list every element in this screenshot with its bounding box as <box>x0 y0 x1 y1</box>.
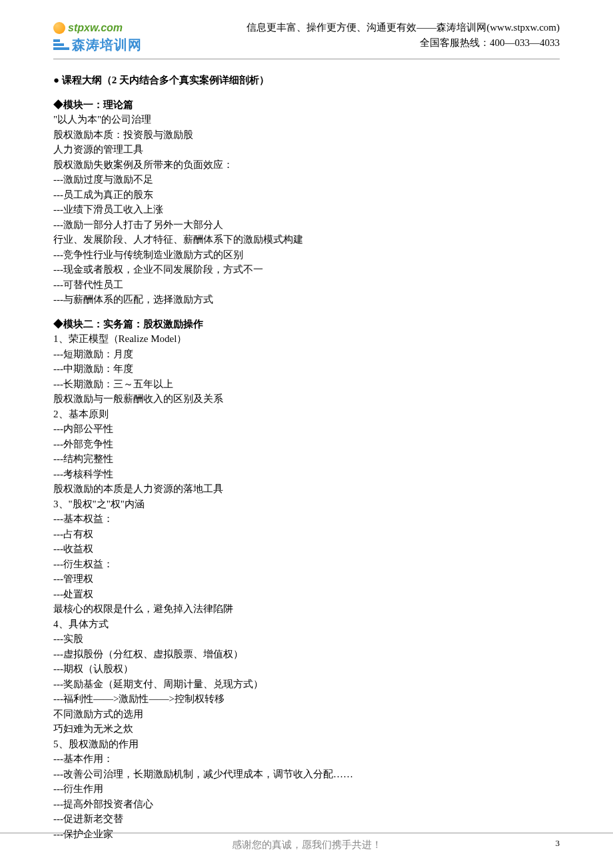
module2-line: ---中期激励：年度 <box>53 361 560 377</box>
module2-line: 2、基本原则 <box>53 407 560 422</box>
module2-line: ---处置权 <box>53 587 560 602</box>
module2-line: ---管理权 <box>53 571 560 587</box>
module1-line: ---可替代性员工 <box>53 277 560 293</box>
module1-line: 行业、发展阶段、人才特征、薪酬体系下的激励模式构建 <box>53 232 560 247</box>
module2-line: 股权激励与一般薪酬收入的区别及关系 <box>53 391 560 407</box>
module2-line: 4、具体方式 <box>53 617 560 632</box>
module1-line: "以人为本"的公司治理 <box>53 112 560 127</box>
page-number: 3 <box>556 837 560 850</box>
module2-line: 股权激励的本质是人力资源的落地工具 <box>53 481 560 497</box>
module2-line: ---内部公平性 <box>53 421 560 437</box>
document-page: stpxw.com 森涛培训网 信息更丰富、操作更方便、沟通更有效——森涛培训网… <box>0 0 613 868</box>
module1-line: 股权激励失败案例及所带来的负面效应： <box>53 157 560 173</box>
logo-url-text: stpxw.com <box>68 20 123 36</box>
module2-line: ---期权（认股权） <box>53 661 560 677</box>
module1-body: "以人为本"的公司治理股权激励本质：投资股与激励股人力资源的管理工具股权激励失败… <box>53 112 560 307</box>
module2-line: 5、股权激励的作用 <box>53 737 560 752</box>
module1-line: 股权激励本质：投资股与激励股 <box>53 127 560 143</box>
module2-line: ---基本权益： <box>53 511 560 527</box>
footer-text: 感谢您的真诚，愿我们携手共进！ <box>232 839 382 850</box>
header-hotline: 全国客服热线：400—033—4033 <box>247 35 560 51</box>
module2-line: ---结构完整性 <box>53 451 560 467</box>
module2-body: 1、荣正模型（Realize Model）---短期激励：月度---中期激励：年… <box>53 331 560 841</box>
module2-line: ---实股 <box>53 631 560 647</box>
module2-line: 最核心的权限是什么，避免掉入法律陷阱 <box>53 601 560 617</box>
bars-icon <box>53 39 69 50</box>
module2-line: 1、荣正模型（Realize Model） <box>53 331 560 347</box>
module2-line: ---衍生权益： <box>53 557 560 572</box>
module2-line: 巧妇难为无米之炊 <box>53 721 560 737</box>
module2-line: ---收益权 <box>53 541 560 557</box>
logo-top-row: stpxw.com <box>53 20 123 36</box>
module1-line: ---与薪酬体系的匹配，选择激励方式 <box>53 292 560 307</box>
module2-line: ---衍生作用 <box>53 781 560 797</box>
module2-line: ---促进新老交替 <box>53 811 560 827</box>
module2-line: ---改善公司治理，长期激励机制，减少代理成本，调节收入分配…… <box>53 767 560 782</box>
header-text: 信息更丰富、操作更方便、沟通更有效——森涛培训网(www.stpxw.com) … <box>247 20 560 50</box>
module2-line: ---提高外部投资者信心 <box>53 797 560 812</box>
module2-line: 不同激励方式的选用 <box>53 707 560 722</box>
module1-line: 人力资源的管理工具 <box>53 142 560 157</box>
sun-icon <box>53 22 65 34</box>
module1-heading: ◆模块一：理论篇 <box>53 97 560 113</box>
page-header: stpxw.com 森涛培训网 信息更丰富、操作更方便、沟通更有效——森涛培训网… <box>53 20 560 59</box>
module2-line: ---外部竞争性 <box>53 437 560 452</box>
module2-line: ---短期激励：月度 <box>53 347 560 362</box>
module1-line: ---员工成为真正的股东 <box>53 187 560 203</box>
module2-line: ---长期激励：三～五年以上 <box>53 377 560 392</box>
module1-line: ---竞争性行业与传统制造业激励方式的区别 <box>53 247 560 263</box>
module2-heading: ◆模块二：实务篇：股权激励操作 <box>53 317 560 332</box>
course-outline-title: ● 课程大纲（2 天内结合多个真实案例详细剖析） <box>53 73 560 88</box>
module2-line: ---虚拟股份（分红权、虚拟股票、增值权） <box>53 647 560 662</box>
module2-line: ---考核科学性 <box>53 467 560 482</box>
module2-line: ---福利性——>激励性——>控制权转移 <box>53 691 560 707</box>
module1-line: ---激励一部分人打击了另外一大部分人 <box>53 217 560 233</box>
module2-line: 3、"股权"之"权"内涵 <box>53 497 560 512</box>
logo-bottom-row: 森涛培训网 <box>53 35 142 55</box>
module2-line: ---占有权 <box>53 527 560 542</box>
module1-line: ---现金或者股权，企业不同发展阶段，方式不一 <box>53 262 560 277</box>
logo: stpxw.com 森涛培训网 <box>53 20 142 55</box>
header-slogan: 信息更丰富、操作更方便、沟通更有效——森涛培训网(www.stpxw.com) <box>247 20 560 35</box>
page-footer: 感谢您的真诚，愿我们携手共进！ <box>0 833 613 853</box>
module2-line: ---基本作用： <box>53 751 560 767</box>
module2-line: ---奖励基金（延期支付、周期计量、兑现方式） <box>53 677 560 692</box>
module1-line: ---业绩下滑员工收入上涨 <box>53 202 560 217</box>
logo-cn-text: 森涛培训网 <box>72 35 142 55</box>
module1-line: ---激励过度与激励不足 <box>53 172 560 187</box>
